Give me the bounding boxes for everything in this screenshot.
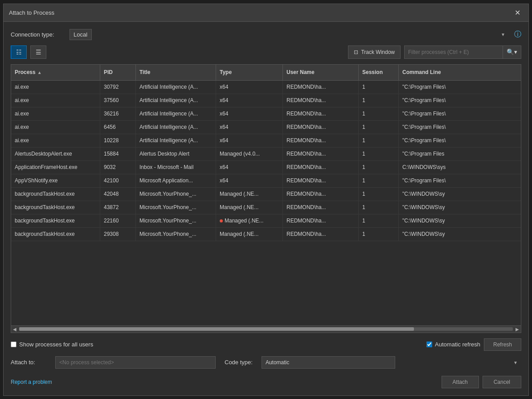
filter-input[interactable] xyxy=(405,47,503,57)
auto-refresh-label: Automatic refresh xyxy=(435,341,480,348)
table-header: Process ▲ PID Title Type User Name Sessi… xyxy=(11,65,521,81)
cell-type: x64 xyxy=(216,161,283,174)
cell-session: 1 xyxy=(359,81,399,94)
col-cmdline[interactable]: Command Line xyxy=(399,65,521,80)
view-list-button[interactable]: ☰ xyxy=(30,45,46,59)
col-title[interactable]: Title xyxy=(136,65,216,80)
cell-cmdline: "C:\WINDOWS\sy xyxy=(399,228,521,241)
show-all-users-label: Show processes for all users xyxy=(19,341,93,348)
view-detail-icon: ☷ xyxy=(16,49,22,56)
cell-pid: 6456 xyxy=(100,121,136,134)
cell-title: Microsoft.YourPhone_... xyxy=(136,228,216,241)
track-window-button[interactable]: ⊡ Track Window xyxy=(348,45,401,59)
table-row[interactable]: ai.exe 10228 Artificial Intelligence (A.… xyxy=(11,134,521,148)
cell-process: ai.exe xyxy=(11,134,100,147)
connection-type-select[interactable]: Local xyxy=(70,29,92,40)
table-row[interactable]: backgroundTaskHost.exe 22160 Microsoft.Y… xyxy=(11,214,521,228)
cell-pid: 15884 xyxy=(100,148,136,160)
info-icon[interactable]: ⓘ xyxy=(514,30,521,39)
cell-pid: 42100 xyxy=(100,174,136,187)
cell-pid: 29308 xyxy=(100,228,136,241)
show-all-users-checkbox-label[interactable]: Show processes for all users xyxy=(11,341,93,348)
col-username[interactable]: User Name xyxy=(283,65,359,80)
scroll-right-arrow[interactable]: ▶ xyxy=(515,327,520,332)
table-row[interactable]: ai.exe 30792 Artificial Intelligence (A.… xyxy=(11,81,521,94)
cell-username: REDMOND\ha... xyxy=(283,174,359,187)
connection-type-row: Connection type: Local ⓘ xyxy=(11,29,521,40)
cell-type: x64 xyxy=(216,94,283,107)
bottom-options: Show processes for all users Automatic r… xyxy=(11,338,521,351)
cell-process: ai.exe xyxy=(11,107,100,120)
cell-session: 1 xyxy=(359,107,399,120)
refresh-button[interactable]: Refresh xyxy=(484,338,521,351)
cell-type: x64 xyxy=(216,81,283,94)
cell-username: REDMOND\ha... xyxy=(283,94,359,107)
cell-title: Microsoft.YourPhone_... xyxy=(136,188,216,201)
cell-title: Microsoft Application... xyxy=(136,174,216,187)
table-row[interactable]: backgroundTaskHost.exe 29308 Microsoft.Y… xyxy=(11,228,521,241)
cell-process: backgroundTaskHost.exe xyxy=(11,201,100,214)
cell-process: ApplicationFrameHost.exe xyxy=(11,161,100,174)
cell-username: REDMOND\ha... xyxy=(283,228,359,241)
cell-title: Inbox - Microsoft - Mail xyxy=(136,161,216,174)
attach-to-input[interactable] xyxy=(55,356,216,369)
table-row[interactable]: backgroundTaskHost.exe 42048 Microsoft.Y… xyxy=(11,188,521,201)
cell-pid: 42048 xyxy=(100,188,136,201)
show-all-users-checkbox[interactable] xyxy=(11,341,16,347)
table-row[interactable]: ai.exe 37560 Artificial Intelligence (A.… xyxy=(11,94,521,107)
col-process[interactable]: Process ▲ xyxy=(11,65,100,80)
col-pid[interactable]: PID xyxy=(100,65,136,80)
cell-process: AppVShNotify.exe xyxy=(11,174,100,187)
cell-type: x64 xyxy=(216,134,283,147)
code-type-select[interactable]: Automatic xyxy=(262,356,395,369)
close-button[interactable]: ✕ xyxy=(512,8,523,18)
table-row[interactable]: ai.exe 6456 Artificial Intelligence (A..… xyxy=(11,121,521,134)
cell-username: REDMOND\ha... xyxy=(283,107,359,120)
process-table: Process ▲ PID Title Type User Name Sessi… xyxy=(11,64,521,333)
cell-pid: 9032 xyxy=(100,161,136,174)
col-type[interactable]: Type xyxy=(216,65,283,80)
cell-username: REDMOND\ha... xyxy=(283,134,359,147)
attach-button[interactable]: Attach xyxy=(442,376,479,388)
table-body: ai.exe 30792 Artificial Intelligence (A.… xyxy=(11,81,521,325)
attach-to-process-dialog: Attach to Process ✕ Connection type: Loc… xyxy=(3,4,529,396)
cell-title: Artificial Intelligence (A... xyxy=(136,94,216,107)
cell-session: 1 xyxy=(359,228,399,241)
cell-username: REDMOND\ha... xyxy=(283,81,359,94)
cell-pid: 36216 xyxy=(100,107,136,120)
auto-refresh-checkbox-label[interactable]: Automatic refresh xyxy=(426,341,480,348)
cell-pid: 43872 xyxy=(100,201,136,214)
table-row[interactable]: backgroundTaskHost.exe 43872 Microsoft.Y… xyxy=(11,201,521,214)
connection-type-label: Connection type: xyxy=(11,31,64,38)
auto-refresh-checkbox[interactable] xyxy=(426,341,432,347)
toolbar-row: ☷ ☰ ⊡ Track Window 🔍▾ xyxy=(11,45,521,59)
scroll-left-arrow[interactable]: ◀ xyxy=(12,327,17,332)
cell-type: Managed (.NE... xyxy=(216,228,283,241)
filter-search-button[interactable]: 🔍▾ xyxy=(503,46,521,58)
cell-type: x64 xyxy=(216,107,283,120)
scroll-track[interactable] xyxy=(19,327,513,331)
cell-session: 1 xyxy=(359,148,399,160)
table-row[interactable]: ai.exe 36216 Artificial Intelligence (A.… xyxy=(11,107,521,121)
dialog-title: Attach to Process xyxy=(9,9,54,16)
table-row[interactable]: ApplicationFrameHost.exe 9032 Inbox - Mi… xyxy=(11,161,521,174)
report-problem-link[interactable]: Report a problem xyxy=(11,379,52,385)
cell-type: x64 xyxy=(216,121,283,134)
cell-title: Artificial Intelligence (A... xyxy=(136,134,216,147)
cell-type: x64 xyxy=(216,174,283,187)
table-row[interactable]: AlertusDesktopAlert.exe 15884 Alertus De… xyxy=(11,148,521,161)
cell-process: backgroundTaskHost.exe xyxy=(11,188,100,201)
footer-buttons: Attach Cancel xyxy=(442,376,521,388)
cell-username: REDMOND\ha... xyxy=(283,121,359,134)
cell-username: REDMOND\ha... xyxy=(283,214,359,227)
view-detail-button[interactable]: ☷ xyxy=(11,45,27,59)
horizontal-scrollbar[interactable]: ◀ ▶ xyxy=(11,325,521,333)
cell-pid: 10228 xyxy=(100,134,136,147)
cell-process: ai.exe xyxy=(11,81,100,94)
table-row[interactable]: AppVShNotify.exe 42100 Microsoft Applica… xyxy=(11,174,521,188)
cell-cmdline: "C:\WINDOWS\sy xyxy=(399,188,521,201)
scroll-thumb xyxy=(19,327,414,331)
cell-cmdline: "C:\Program Files\ xyxy=(399,107,521,120)
cancel-button[interactable]: Cancel xyxy=(483,376,521,388)
col-session[interactable]: Session xyxy=(359,65,399,80)
